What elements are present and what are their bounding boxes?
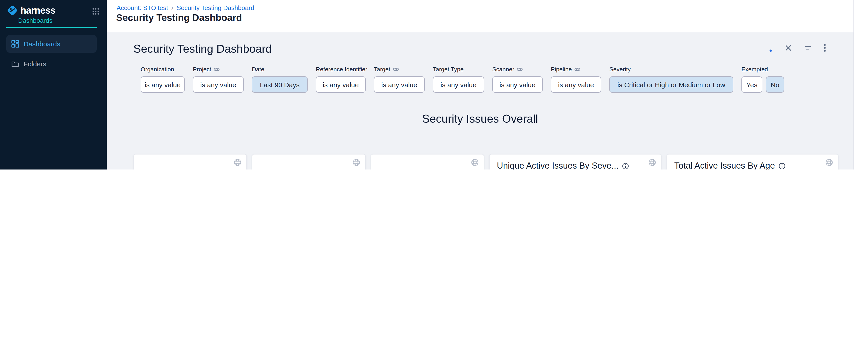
cards-row: 878 Unique Active Issues 25 Vulnerable T… (133, 154, 838, 169)
filter-icon[interactable] (804, 45, 812, 51)
close-icon[interactable] (785, 45, 792, 51)
filter-reference-identifier-value[interactable]: is any value (316, 76, 366, 93)
filter-date: Date Last 90 Days (252, 66, 308, 93)
chart-card-issues-by-severity: Unique Active Issues By Seve... High - 3… (489, 154, 661, 169)
filter-organization-value[interactable]: is any value (141, 76, 185, 93)
filter-label: Organization (141, 66, 174, 73)
stat-card-vulnerable-targets: 25 Vulnerable Targets (252, 154, 366, 169)
filter-label: Exempted (741, 66, 768, 73)
chart-title: Unique Active Issues By Seve... (497, 161, 619, 169)
sidebar-item-label: Dashboards (24, 40, 60, 48)
module-grid-icon[interactable] (92, 8, 99, 15)
filter-label: Date (252, 66, 264, 73)
globe-icon[interactable] (471, 159, 479, 166)
link-icon (575, 66, 581, 72)
globe-icon[interactable] (234, 159, 241, 166)
brand-wordmark: harness (21, 5, 55, 16)
stat-card-total-active-issues: 1,092 Total Active Issues (371, 154, 484, 169)
breadcrumb-account-link[interactable]: Account: STO test (117, 4, 168, 11)
chart-title: Total Active Issues By Age (674, 161, 775, 169)
breadcrumb: Account: STO test › Security Testing Das… (117, 4, 254, 11)
filter-organization: Organization is any value (141, 66, 185, 93)
filter-exempted: Exempted Yes No (741, 66, 784, 93)
breadcrumb-page-link[interactable]: Security Testing Dashboard (177, 4, 254, 11)
harness-logo-icon (6, 4, 18, 16)
info-icon[interactable] (779, 163, 785, 169)
link-icon (214, 66, 220, 72)
filter-severity: Severity is Critical or High or Medium o… (609, 66, 733, 93)
filter-label: Project (193, 66, 211, 73)
filter-scanner-value[interactable]: is any value (492, 76, 543, 93)
harness-logo[interactable]: harness (6, 4, 55, 16)
filter-bar: Organization is any value Project is any… (141, 66, 784, 93)
filter-severity-value[interactable]: is Critical or High or Medium or Low (609, 76, 733, 93)
filter-target-type: Target Type is any value (433, 66, 484, 93)
exempted-yes-button[interactable]: Yes (741, 76, 762, 93)
chevron-right-icon: › (171, 4, 174, 11)
sidebar-divider (6, 27, 97, 28)
globe-icon[interactable] (648, 159, 656, 166)
link-icon (393, 66, 399, 72)
filter-reference-identifier: Reference Identifier is any value (316, 66, 366, 93)
folder-icon (11, 60, 19, 67)
exempted-no-button[interactable]: No (766, 76, 784, 93)
kebab-menu-icon[interactable] (824, 44, 826, 52)
filter-target-value[interactable]: is any value (374, 76, 425, 93)
scrollbar[interactable] (854, 0, 868, 169)
dashboard-canvas: Security Testing Dashboard Organization … (106, 32, 854, 169)
filter-project-value[interactable]: is any value (193, 76, 244, 93)
stat-card-unique-active-issues: 878 Unique Active Issues (133, 154, 247, 169)
filter-date-value[interactable]: Last 90 Days (252, 76, 308, 93)
panel-title: Security Testing Dashboard (133, 42, 272, 55)
filter-label: Target (374, 66, 390, 73)
filter-label: Target Type (433, 66, 464, 73)
link-icon (517, 66, 523, 72)
sidebar: harness Dashboards Dash (0, 0, 106, 169)
filter-label: Severity (609, 66, 631, 73)
filter-pipeline-value[interactable]: is any value (551, 76, 601, 93)
info-icon[interactable] (622, 163, 629, 169)
panel-toolbar (785, 44, 826, 52)
filter-label: Pipeline (551, 66, 572, 73)
dashboards-icon (11, 40, 19, 48)
filter-target: Target is any value (374, 66, 425, 93)
page-title: Security Testing Dashboard (116, 12, 242, 23)
globe-icon[interactable] (825, 159, 833, 166)
chart-card-issues-by-age: Total Active Issues By Age greater than … (666, 154, 838, 169)
filter-scanner: Scanner is any value (492, 66, 543, 93)
cursor-dot (770, 50, 772, 52)
filter-project: Project is any value (193, 66, 244, 93)
app-root: harness Dashboards Dash (0, 0, 868, 169)
globe-icon[interactable] (352, 159, 360, 166)
top-header: Account: STO test › Security Testing Das… (106, 0, 854, 32)
sidebar-item-label: Folders (24, 60, 46, 67)
section-title: Security Issues Overall (106, 112, 854, 125)
filter-label: Scanner (492, 66, 514, 73)
product-label: Dashboards (18, 17, 53, 24)
filter-target-type-value[interactable]: is any value (433, 76, 484, 93)
filter-pipeline: Pipeline is any value (551, 66, 601, 93)
sidebar-item-dashboards[interactable]: Dashboards (6, 35, 97, 53)
sidebar-item-folders[interactable]: Folders (6, 56, 97, 71)
filter-label: Reference Identifier (316, 66, 367, 73)
